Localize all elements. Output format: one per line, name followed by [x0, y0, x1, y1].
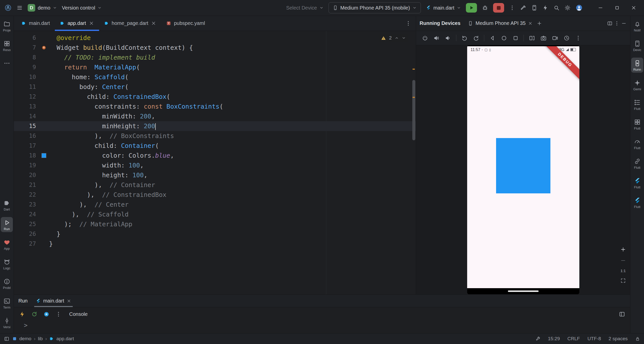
code-line-20[interactable]: 20 height: 100, [14, 170, 416, 180]
device-tab[interactable]: Medium Phone API 35 [465, 20, 535, 26]
line-number[interactable]: 8 [14, 53, 38, 62]
settings-gear-icon[interactable] [565, 5, 571, 11]
line-number[interactable]: 14 [14, 111, 38, 121]
emulator-screen[interactable]: 11:57 ◦ ▢ ▯ 3G [467, 46, 579, 288]
line-number[interactable]: 12 [14, 92, 38, 102]
tool-window-layout-icon[interactable] [4, 336, 9, 341]
code-line-25[interactable]: 25 ); // MaterialApp [14, 219, 416, 229]
lock-icon[interactable] [635, 336, 640, 341]
scrollbar-thumb[interactable] [412, 80, 415, 140]
hot-restart-button[interactable] [29, 309, 39, 319]
line-number[interactable]: 23 [14, 200, 38, 209]
tool-stripe-item-flutt[interactable]: Flutt [631, 156, 643, 171]
add-device-tab-icon[interactable] [537, 21, 542, 26]
fit-to-window-icon[interactable] [620, 278, 626, 283]
code-line-8[interactable]: 8 // TODO: implement build [14, 53, 416, 62]
code-line-12[interactable]: 12 child: ConstrainedBox( [14, 92, 416, 102]
snapshot-icon[interactable] [561, 33, 572, 43]
breadcrumb-file[interactable]: app.dart [56, 336, 74, 341]
main-menu-icon[interactable] [17, 5, 23, 11]
wrench-icon[interactable] [535, 336, 540, 341]
tab-options-icon[interactable] [401, 16, 416, 31]
breadcrumb-folder[interactable]: lib [38, 336, 43, 341]
search-icon[interactable] [553, 5, 559, 11]
tool-stripe-item-notif[interactable]: Notif [631, 18, 643, 33]
warning-stripe-mark[interactable] [413, 69, 415, 70]
zoom-out-icon[interactable] [620, 257, 626, 264]
run-configuration-dropdown[interactable]: main.dart [426, 5, 461, 11]
code-line-21[interactable]: 21 ), // Container [14, 180, 416, 190]
code-line-24[interactable]: 24 ), // Scaffold [14, 209, 416, 219]
console-output[interactable]: > [14, 321, 630, 333]
window-close-button[interactable] [628, 3, 639, 13]
code-line-11[interactable]: 11 body: Center( [14, 82, 416, 92]
line-number[interactable]: 10 [14, 72, 38, 82]
tool-stripe-item-dart[interactable]: Dart [1, 197, 13, 212]
code-line-22[interactable]: 22 ), // ConstrainedBox [14, 190, 416, 200]
inspection-widget[interactable]: 2 [379, 34, 408, 42]
previous-issue-icon[interactable] [395, 36, 399, 40]
zoom-reset-button[interactable]: 1:1 [621, 269, 626, 273]
line-number[interactable]: 6 [14, 33, 38, 43]
code-line-6[interactable]: 6 @override [14, 33, 416, 43]
line-number[interactable]: 13 [14, 102, 38, 111]
code-line-19[interactable]: 19 width: 100, [14, 160, 416, 170]
build-icon[interactable] [520, 5, 526, 11]
next-issue-icon[interactable] [402, 36, 406, 40]
split-window-icon[interactable] [607, 21, 613, 26]
tool-stripe-item-term[interactable]: Term [1, 295, 13, 311]
editor-tab-app.dart[interactable]: app.dart [55, 16, 99, 31]
open-devtools-button[interactable] [41, 309, 52, 319]
tool-stripe-item-devic[interactable]: Devic [631, 38, 643, 53]
code-editor[interactable]: 6 @override7 Widget build(BuildContext c… [14, 31, 416, 294]
device-manager-icon[interactable] [531, 5, 537, 11]
debug-button[interactable] [482, 5, 488, 11]
emulator-device[interactable]: 11:57 ◦ ▢ ▯ 3G [467, 45, 579, 294]
hot-reload-button[interactable] [17, 309, 27, 319]
tool-stripe-item-versi[interactable]: Versi [1, 315, 13, 330]
console-tab-label[interactable]: Console [69, 311, 88, 317]
zoom-in-icon[interactable] [620, 246, 626, 252]
tool-stripe-item-runn[interactable]: Runn [631, 58, 643, 73]
line-number[interactable]: 15 [14, 121, 38, 131]
tool-stripe-item-flutt[interactable]: Flutt [631, 195, 643, 210]
rotate-right-icon[interactable] [471, 33, 481, 43]
file-encoding[interactable]: UTF-8 [587, 336, 601, 341]
window-maximize-button[interactable] [611, 3, 623, 13]
override-gutter-icon[interactable] [38, 43, 49, 53]
emulator-nav-bar[interactable] [467, 288, 579, 294]
code-line-7[interactable]: 7 Widget build(BuildContext context) { [14, 43, 416, 53]
tool-stripe-item-proje[interactable]: Proje [1, 18, 13, 33]
tool-stripe-item-probl[interactable]: Probl [1, 276, 13, 291]
code-line-26[interactable]: 26 } [14, 229, 416, 239]
line-number[interactable]: 20 [14, 170, 38, 180]
line-ending[interactable]: CRLF [568, 336, 580, 341]
line-number[interactable]: 22 [14, 190, 38, 200]
tool-stripe-item-run[interactable]: Run [1, 217, 13, 232]
editor-tab-pubspec.yaml[interactable]: Ypubspec.yaml [161, 16, 210, 31]
tool-stripe-item-reso[interactable]: Reso [1, 38, 13, 53]
close-icon[interactable] [151, 21, 156, 26]
volume-up-icon[interactable] [431, 33, 442, 43]
volume-down-icon[interactable] [443, 33, 453, 43]
line-number[interactable]: 27 [14, 239, 38, 249]
line-number[interactable]: 26 [14, 229, 38, 239]
rotate-left-icon[interactable] [459, 33, 470, 43]
code-line-17[interactable]: 17 child: Container( [14, 141, 416, 151]
home-icon[interactable] [499, 33, 509, 43]
hide-panel-icon[interactable] [621, 21, 627, 26]
line-number[interactable]: 17 [14, 141, 38, 151]
overview-icon[interactable] [510, 33, 521, 43]
line-number[interactable]: 19 [14, 160, 38, 170]
line-number[interactable]: 18 [14, 151, 38, 160]
select-device-dropdown[interactable]: Select Device [286, 5, 324, 11]
warning-stripe-mark[interactable] [413, 97, 415, 98]
window-minimize-button[interactable] [595, 3, 606, 13]
code-line-23[interactable]: 23 ), // Center [14, 200, 416, 209]
code-line-15[interactable]: 15 minHeight: 200 [14, 121, 416, 131]
more-v-icon[interactable] [573, 33, 583, 43]
line-number[interactable]: 9 [14, 62, 38, 72]
indent-setting[interactable]: 2 spaces [609, 336, 628, 341]
close-icon[interactable] [89, 21, 94, 26]
close-icon[interactable] [67, 299, 71, 303]
